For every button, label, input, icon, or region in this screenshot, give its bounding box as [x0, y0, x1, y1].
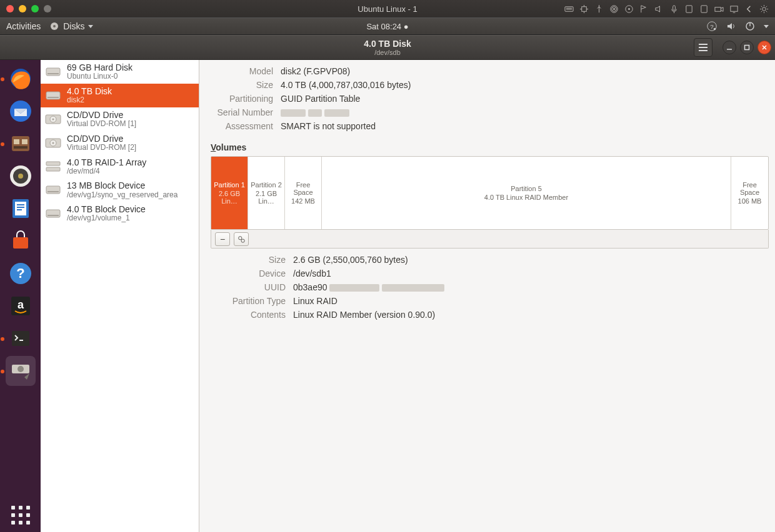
volume-sub: 2.6 GB Lin… — [212, 190, 246, 205]
volume-segment[interactable]: Partition 1 2.6 GB Lin… — [211, 157, 248, 229]
dock-libreoffice-writer[interactable] — [6, 194, 36, 224]
svg-rect-35 — [17, 209, 22, 210]
label-serial: Serial Number — [211, 107, 273, 117]
device-item[interactable]: 4.0 TB Block Device /dev/vg1/volume_1 — [41, 202, 199, 225]
value-uuid: 0b3ae90 — [293, 282, 775, 292]
dock-files[interactable] — [6, 129, 36, 159]
disk-detail-pane: Model disk2 (F.GPVP08) Size 4.0 TB (4,00… — [199, 60, 775, 532]
device-title: 4.0 TB Block Device — [67, 204, 146, 214]
volume-name: Partition 5 — [511, 185, 542, 192]
volume-sub: 4.0 TB Linux RAID Member — [484, 194, 568, 201]
volume-layout: Partition 1 2.6 GB Lin…Partition 2 2.1 G… — [211, 156, 769, 230]
maximize-button[interactable] — [740, 41, 754, 54]
vm-title: Ubuntu Linux - 1 — [0, 4, 775, 14]
value-device: /dev/sdb1 — [293, 268, 775, 278]
volume-name: Free Space — [286, 181, 320, 196]
volume-name: Partition 2 — [251, 181, 282, 189]
disk-properties: Model disk2 (F.GPVP08) Size 4.0 TB (4,00… — [211, 66, 775, 131]
close-button[interactable] — [758, 41, 771, 54]
dock-disks-active[interactable] — [6, 356, 36, 386]
device-text: 4.0 TB RAID-1 Array /dev/md/4 — [67, 157, 146, 176]
header-subtitle: /dev/sdb — [364, 49, 411, 57]
device-subtitle: disk2 — [67, 96, 112, 105]
volume-name: Partition 1 — [214, 181, 245, 189]
device-item[interactable]: 4.0 TB Disk disk2 — [41, 84, 199, 107]
svg-rect-54 — [46, 162, 60, 165]
svg-point-30 — [18, 174, 23, 179]
partition-options-button[interactable] — [234, 232, 249, 246]
window-headerbar: 4.0 TB Disk /dev/sdb — [0, 35, 775, 60]
svg-rect-47 — [48, 97, 59, 98]
device-item[interactable]: CD/DVD Drive Virtual DVD-ROM [1] — [41, 107, 199, 131]
drive-icon — [44, 206, 62, 221]
device-text: 69 GB Hard Disk Ubuntu Linux-0 — [67, 62, 132, 81]
svg-rect-45 — [48, 73, 59, 74]
volume-sub: 2.1 GB Lin… — [249, 190, 283, 205]
value-contents: Linux RAID Member (version 0.90.0) — [293, 310, 775, 320]
device-item[interactable]: CD/DVD Drive Virtual DVD-ROM [2] — [41, 131, 199, 155]
drive-icon — [44, 112, 62, 127]
header-title: 4.0 TB Disk — [364, 39, 411, 49]
label-model: Model — [211, 66, 273, 76]
dock-thunderbird[interactable] — [6, 96, 36, 126]
value-size: 4.0 TB (4,000,787,030,016 bytes) — [281, 80, 775, 90]
device-subtitle: /dev/vg1/volume_1 — [67, 214, 146, 223]
svg-rect-27 — [14, 146, 28, 149]
device-item[interactable]: 69 GB Hard Disk Ubuntu Linux-0 — [41, 60, 199, 84]
header-title-block: 4.0 TB Disk /dev/sdb — [364, 39, 411, 57]
ubuntu-dock: ? a — [0, 60, 41, 532]
drive-icon — [44, 88, 62, 103]
svg-point-60 — [239, 236, 242, 239]
disks-window: 69 GB Hard Disk Ubuntu Linux-0 4.0 TB Di… — [41, 60, 775, 532]
gnome-top-bar: Activities Disks Sat 08:24 ● ? — [0, 17, 775, 35]
vm-titlebar: Ubuntu Linux - 1 — [0, 0, 775, 17]
volume-segment[interactable]: Partition 5 4.0 TB Linux RAID Member — [322, 157, 731, 229]
volume-toolbar: − — [211, 230, 769, 249]
label-size: Size — [211, 80, 273, 90]
device-item[interactable]: 4.0 TB RAID-1 Array /dev/md/4 — [41, 155, 199, 179]
value-psize: 2.6 GB (2,550,005,760 bytes) — [293, 255, 775, 265]
svg-point-53 — [52, 142, 54, 144]
svg-rect-58 — [46, 210, 60, 217]
clock[interactable]: Sat 08:24 ● — [0, 22, 775, 31]
dock-amazon[interactable]: a — [6, 291, 36, 321]
device-subtitle: /dev/md/4 — [67, 167, 146, 176]
svg-point-43 — [18, 366, 24, 372]
drive-icon — [44, 135, 62, 150]
label-ptype: Partition Type — [211, 296, 286, 306]
drive-icon — [44, 159, 62, 174]
hamburger-menu-button[interactable] — [694, 38, 712, 57]
dock-help[interactable]: ? — [6, 259, 36, 288]
svg-rect-57 — [48, 191, 59, 192]
device-title: 4.0 TB Disk — [67, 86, 112, 96]
delete-partition-button[interactable]: − — [215, 232, 230, 246]
svg-rect-21 — [745, 46, 749, 50]
device-text: CD/DVD Drive Virtual DVD-ROM [1] — [67, 110, 136, 129]
volume-sub: 106 MB — [738, 197, 762, 205]
dock-software[interactable] — [6, 226, 36, 256]
volume-segment[interactable]: Free Space 106 MB — [731, 157, 768, 229]
volume-segment[interactable]: Partition 2 2.1 GB Lin… — [248, 157, 285, 229]
device-text: 13 MB Block Device /dev/vg1/syno_vg_rese… — [67, 180, 178, 199]
show-applications-button[interactable] — [11, 506, 30, 525]
svg-rect-34 — [17, 207, 24, 208]
minimize-button[interactable] — [722, 41, 736, 54]
value-ptype: Linux RAID — [293, 296, 775, 306]
device-title: CD/DVD Drive — [67, 134, 136, 144]
device-subtitle: Ubuntu Linux-0 — [67, 72, 132, 81]
drive-icon — [44, 182, 62, 197]
label-contents: Contents — [211, 310, 286, 320]
dock-rhythmbox[interactable] — [6, 161, 36, 191]
dock-terminal[interactable] — [6, 323, 36, 353]
label-assessment: Assessment — [211, 121, 273, 131]
dock-firefox[interactable] — [6, 64, 36, 94]
svg-rect-36 — [13, 237, 28, 249]
svg-rect-26 — [22, 139, 28, 144]
partition-properties: Size 2.6 GB (2,550,005,760 bytes) Device… — [211, 255, 775, 320]
value-model: disk2 (F.GPVP08) — [281, 66, 775, 76]
svg-point-50 — [52, 118, 54, 120]
device-item[interactable]: 13 MB Block Device /dev/vg1/syno_vg_rese… — [41, 178, 199, 202]
device-text: 4.0 TB Disk disk2 — [67, 86, 112, 105]
svg-point-61 — [241, 239, 244, 242]
volume-segment[interactable]: Free Space 142 MB — [285, 157, 322, 229]
